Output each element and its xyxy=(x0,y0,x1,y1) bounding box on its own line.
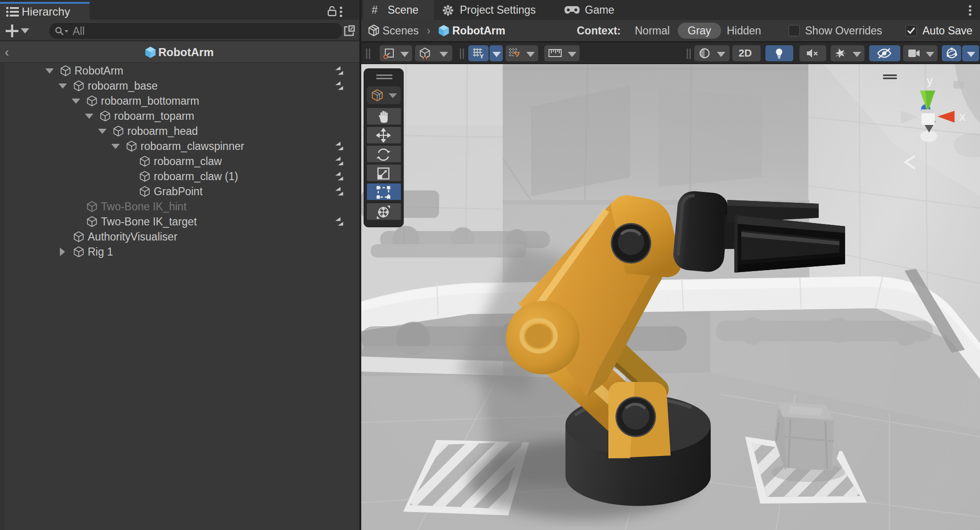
svg-text:Y: Y xyxy=(480,53,484,59)
svg-text:y: y xyxy=(927,74,933,88)
svg-text:x: x xyxy=(959,109,965,124)
